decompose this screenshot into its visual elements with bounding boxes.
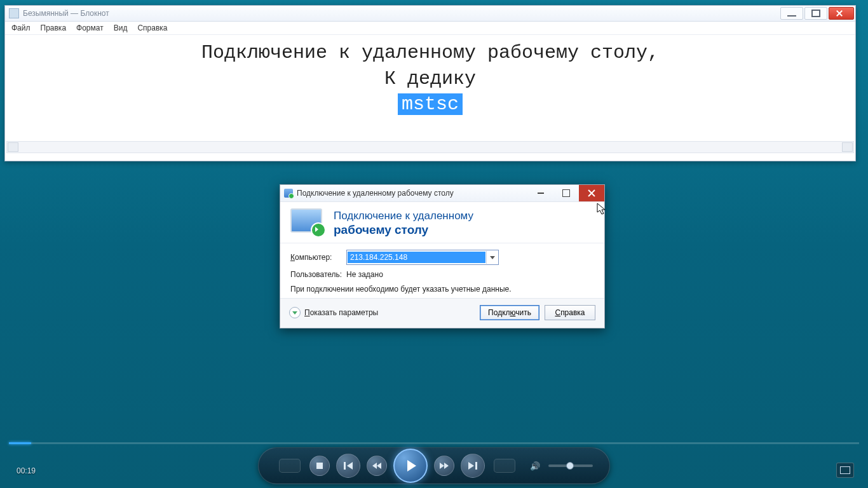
volume-knob[interactable] xyxy=(566,462,574,470)
rdp-icon xyxy=(284,189,293,198)
editor-line-2: К дедику xyxy=(5,66,855,92)
notepad-icon xyxy=(9,8,19,18)
seek-bar[interactable] xyxy=(9,442,859,444)
show-options-toggle[interactable]: Показать параметры xyxy=(289,307,378,318)
notepad-title: Безымянный — Блокнот xyxy=(23,9,109,18)
banner-line-2: рабочему столу xyxy=(334,222,473,238)
minimize-button[interactable] xyxy=(780,7,803,20)
menu-file[interactable]: Файл xyxy=(11,24,31,32)
maximize-button[interactable] xyxy=(804,7,827,20)
elapsed-time: 00:19 xyxy=(17,466,36,475)
menu-help[interactable]: Справка xyxy=(137,24,167,32)
volume-slider[interactable] xyxy=(548,464,593,467)
notepad-titlebar[interactable]: Безымянный — Блокнот xyxy=(5,6,855,22)
menu-view[interactable]: Вид xyxy=(114,24,128,32)
stop-button[interactable] xyxy=(309,456,330,476)
horizontal-scrollbar[interactable] xyxy=(6,141,854,153)
notepad-window: Безымянный — Блокнот Файл Правка Формат … xyxy=(4,5,856,161)
rdp-close-button[interactable] xyxy=(579,185,604,201)
rdp-title: Подключение к удаленному рабочему столу xyxy=(297,189,454,198)
rdp-titlebar[interactable]: Подключение к удаленному рабочему столу xyxy=(280,185,604,202)
rdp-maximize-button[interactable] xyxy=(553,185,579,201)
computer-value: 213.184.225.148 xyxy=(348,252,485,263)
notepad-editor[interactable]: Подключение к удаленному рабочему столу,… xyxy=(5,35,855,154)
menu-edit[interactable]: Правка xyxy=(41,24,67,32)
editor-line-1: Подключение к удаленному рабочему столу, xyxy=(5,40,855,66)
notepad-menubar: Файл Правка Формат Вид Справка xyxy=(5,22,855,35)
banner-line-1: Подключение к удаленному xyxy=(334,209,473,222)
volume-icon[interactable]: 🔊 xyxy=(529,461,541,471)
chevron-down-icon[interactable] xyxy=(486,251,498,264)
media-player-bar: 00:19 🔊 xyxy=(0,442,868,488)
rdp-minimize-button[interactable] xyxy=(528,185,553,201)
next-button[interactable] xyxy=(461,454,485,478)
credentials-note: При подключении необходимо будет указать… xyxy=(290,284,594,294)
chevron-down-circle-icon xyxy=(289,307,301,318)
editor-selection: mstsc xyxy=(398,93,463,115)
computer-label: Компьютер: xyxy=(290,253,346,262)
shuffle-button[interactable] xyxy=(279,459,301,473)
fullscreen-button[interactable] xyxy=(836,463,854,478)
help-button[interactable]: Справка xyxy=(545,305,595,320)
user-label: Пользователь: xyxy=(290,270,346,279)
user-value: Не задано xyxy=(346,270,383,279)
menu-format[interactable]: Формат xyxy=(76,24,104,32)
previous-button[interactable] xyxy=(336,454,360,478)
close-button[interactable] xyxy=(829,7,854,20)
fast-forward-button[interactable] xyxy=(434,456,454,476)
show-options-label: Показать параметры xyxy=(304,308,378,317)
rdp-dialog: Подключение к удаленному рабочему столу … xyxy=(280,184,605,329)
rdp-banner: Подключение к удаленному рабочему столу xyxy=(280,202,604,243)
rdp-large-icon xyxy=(290,208,326,238)
play-button[interactable] xyxy=(393,449,428,483)
rewind-button[interactable] xyxy=(367,456,387,476)
seek-fill xyxy=(9,442,31,444)
connect-button[interactable]: Подключить xyxy=(480,305,539,320)
repeat-button[interactable] xyxy=(494,459,515,473)
transport-cluster: 🔊 xyxy=(258,447,610,484)
computer-combobox[interactable]: 213.184.225.148 xyxy=(346,250,499,265)
